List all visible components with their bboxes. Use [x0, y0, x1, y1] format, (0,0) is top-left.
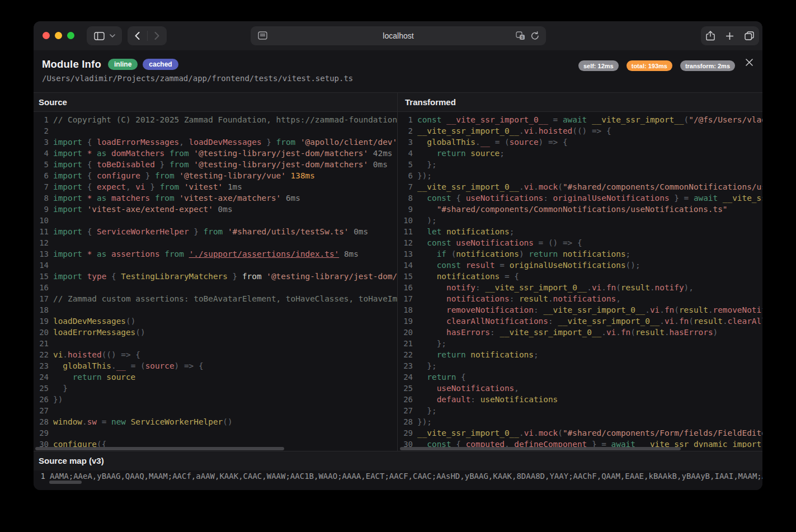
- code-line: 5 };: [398, 159, 762, 170]
- url-text: localhost: [251, 31, 546, 40]
- line-number: 20: [34, 327, 49, 338]
- nav-divider: [147, 31, 148, 41]
- close-window-button[interactable]: [43, 32, 50, 39]
- sourcemap-line: 1 AAMA;AAeA,yBAAG,QAAQ,MAAM;AACf,aAAW,KA…: [34, 470, 762, 482]
- line-number: 15: [398, 271, 413, 282]
- code-line: 2__vite_ssr_import_0__.vi.hoisted(() => …: [398, 125, 762, 136]
- source-hscrollbar[interactable]: [35, 447, 284, 450]
- line-number: 5: [398, 159, 413, 170]
- module-link[interactable]: './support/assertions/index.ts': [189, 249, 340, 258]
- line-number: 3: [398, 136, 413, 148]
- close-button[interactable]: [743, 56, 755, 68]
- code-line: 29: [34, 427, 397, 439]
- tab-overview-icon[interactable]: [745, 31, 754, 40]
- code-line: 27: [34, 405, 397, 416]
- code-line: 17 notifications: result.notifications,: [398, 293, 762, 304]
- code-line: 6import { configure } from '@testing-lib…: [34, 170, 397, 181]
- line-number: 10: [34, 215, 49, 226]
- code-line: 1// Copyright (C) 2012-2025 Zammad Found…: [34, 114, 397, 125]
- code-line: 28window.sw = new ServiceWorkerHelper(): [34, 416, 397, 427]
- module-stats: self: 12mstotal: 193mstransform: 2ms: [578, 60, 735, 71]
- transformed-code[interactable]: 1const __vite_ssr_import_0__ = await __v…: [398, 112, 762, 451]
- code-line: 21: [34, 338, 397, 349]
- line-number: 7: [34, 181, 49, 192]
- line-number: 4: [34, 148, 49, 159]
- source-panel: Source 1// Copyright (C) 2012-2025 Zamma…: [34, 93, 397, 451]
- code-line: 24 return source: [34, 371, 397, 383]
- line-number: 25: [398, 383, 413, 394]
- code-line: 16 notify: __vite_ssr_import_0__.vi.fn(r…: [398, 282, 762, 293]
- line-number: 14: [398, 260, 413, 271]
- code-line: 18: [34, 304, 397, 316]
- sourcemap-hscrollbar[interactable]: [49, 481, 82, 484]
- code-line: 7__vite_ssr_import_0__.vi.mock("#shared/…: [398, 181, 762, 192]
- line-number: 13: [398, 248, 413, 260]
- badge-inline: inline: [108, 59, 138, 70]
- line-number: 5: [34, 159, 49, 170]
- code-line: 27 };: [398, 405, 762, 416]
- transformed-panel: Transformed 1const __vite_ssr_import_0__…: [397, 93, 762, 451]
- line-number: 23: [398, 360, 413, 371]
- module-badges: inlinecached: [108, 59, 178, 70]
- line-number: 18: [34, 304, 49, 316]
- line-number: 28: [34, 416, 49, 427]
- code-line: 13 if (notifications) return notificatio…: [398, 248, 762, 260]
- code-panels: Source 1// Copyright (C) 2012-2025 Zamma…: [34, 93, 762, 451]
- page-title: Module Info: [42, 58, 101, 70]
- new-tab-icon[interactable]: [726, 32, 734, 40]
- line-number: 24: [34, 371, 49, 383]
- code-line: 17// Zammad custom assertions: toBeAvata…: [34, 293, 397, 304]
- line-number: 23: [34, 360, 49, 371]
- translate-icon[interactable]: $: [516, 31, 525, 40]
- zoom-window-button[interactable]: [67, 32, 74, 39]
- code-line: 11 let notifications;: [398, 226, 762, 237]
- line-number: 11: [34, 226, 49, 237]
- nav-buttons: [128, 26, 167, 45]
- line-number: 12: [398, 237, 413, 248]
- code-line: 8import * as matchers from 'vitest-axe/m…: [34, 192, 397, 204]
- code-line: 12: [34, 237, 397, 248]
- line-number: 16: [34, 282, 49, 293]
- line-number: 24: [398, 371, 413, 383]
- sourcemap-mappings: AAMA;AAeA,yBAAG,QAAQ,MAAM;AACf,aAAW,KAAK…: [50, 470, 762, 482]
- line-number: 9: [34, 204, 49, 215]
- line-number: 2: [34, 125, 49, 136]
- line-number: 25: [34, 383, 49, 394]
- line-number: 22: [34, 349, 49, 360]
- source-code[interactable]: 1// Copyright (C) 2012-2025 Zammad Found…: [34, 112, 397, 451]
- line-number: 26: [34, 394, 49, 405]
- sidebar-toggle-button[interactable]: [87, 26, 122, 45]
- code-line: 18 removeNotification: __vite_ssr_import…: [398, 304, 762, 316]
- back-button[interactable]: [128, 26, 147, 45]
- line-number: 9: [398, 204, 413, 215]
- code-line: 11import { ServiceWorkerHelper } from '#…: [34, 226, 397, 237]
- code-line: 5import { toBeDisabled } from '@testing-…: [34, 159, 397, 170]
- code-line: 24 return {: [398, 371, 762, 383]
- code-line: 22vi.hoisted(() => {: [34, 349, 397, 360]
- code-line: 7import { expect, vi } from 'vitest' 1ms: [34, 181, 397, 192]
- line-number: 17: [398, 293, 413, 304]
- share-icon[interactable]: [706, 31, 715, 41]
- module-path: /Users/vladimir/Projects/zammad/app/fron…: [42, 74, 753, 83]
- line-number: 16: [398, 282, 413, 293]
- chevron-down-icon: [110, 34, 115, 37]
- code-line: 9import 'vitest-axe/extend-expect' 0ms: [34, 204, 397, 215]
- code-line: 19loadDevMessages(): [34, 316, 397, 327]
- line-number: 29: [398, 427, 413, 439]
- reload-icon[interactable]: [531, 31, 539, 40]
- line-number: 2: [398, 125, 413, 136]
- address-bar[interactable]: localhost $: [251, 26, 546, 45]
- line-number: 19: [34, 316, 49, 327]
- line-number: 1: [34, 114, 49, 125]
- minimize-window-button[interactable]: [55, 32, 62, 39]
- badge-cached: cached: [143, 59, 178, 70]
- code-line: 1const __vite_ssr_import_0__ = await __v…: [398, 114, 762, 125]
- forward-button[interactable]: [147, 26, 167, 45]
- line-number: 1: [398, 114, 413, 125]
- transformed-hscrollbar[interactable]: [400, 447, 681, 450]
- line-number: 12: [34, 237, 49, 248]
- line-number: 13: [34, 248, 49, 260]
- line-number: 26: [398, 394, 413, 405]
- code-line: 23 globalThis.__ = (source) => {: [34, 360, 397, 371]
- code-line: 14: [34, 260, 397, 271]
